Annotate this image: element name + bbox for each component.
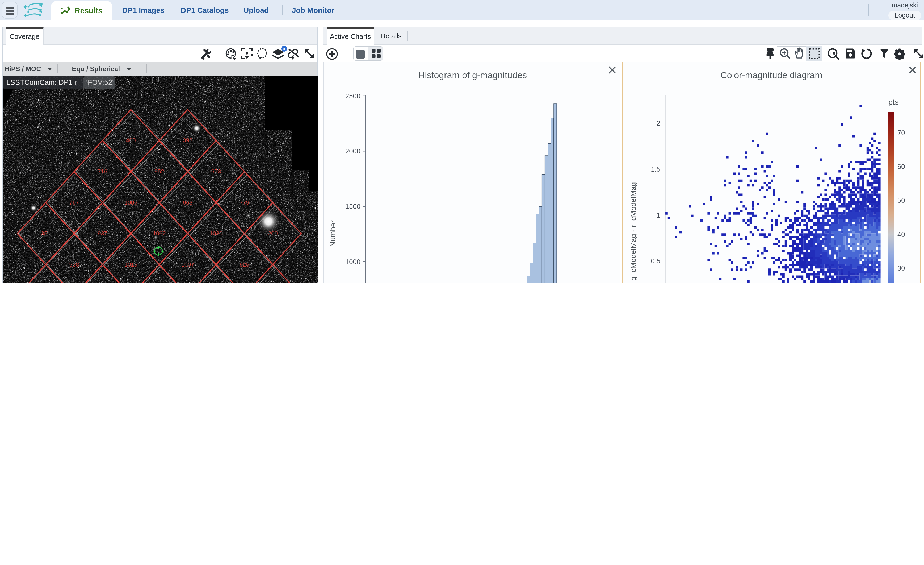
svg-text:2500: 2500 xyxy=(345,92,360,100)
svg-text:351: 351 xyxy=(41,230,51,236)
svg-text:pts: pts xyxy=(888,98,898,107)
svg-text:FOV:52': FOV:52' xyxy=(88,78,114,86)
svg-text:200: 200 xyxy=(268,230,278,236)
svg-text:50: 50 xyxy=(897,197,904,204)
svg-text:938: 938 xyxy=(69,261,79,267)
svg-text:1007: 1007 xyxy=(181,261,194,267)
svg-text:1062: 1062 xyxy=(153,230,166,236)
svg-text:g_cModelMag - r_cModelMag: g_cModelMag - r_cModelMag xyxy=(629,182,637,281)
svg-text:673: 673 xyxy=(211,168,221,174)
svg-text:1: 1 xyxy=(656,212,660,219)
svg-text:Histogram of g-magnitudes: Histogram of g-magnitudes xyxy=(418,70,527,80)
svg-text:2: 2 xyxy=(656,119,660,127)
svg-text:767: 767 xyxy=(69,199,79,206)
svg-text:1000: 1000 xyxy=(345,258,360,266)
svg-text:1.5: 1.5 xyxy=(651,165,660,173)
svg-text:1030: 1030 xyxy=(210,230,222,236)
svg-text:Color-magnitude diagram: Color-magnitude diagram xyxy=(720,70,822,80)
svg-text:1X: 1X xyxy=(829,50,836,56)
svg-text:925: 925 xyxy=(240,261,249,267)
svg-text:Number: Number xyxy=(329,220,337,247)
svg-text:30: 30 xyxy=(897,264,904,272)
svg-text:1015: 1015 xyxy=(124,261,137,267)
svg-text:716: 716 xyxy=(98,168,107,174)
svg-text:0.5: 0.5 xyxy=(651,257,660,264)
svg-text:40: 40 xyxy=(897,231,904,238)
svg-text:70: 70 xyxy=(897,129,904,137)
svg-text:1500: 1500 xyxy=(345,203,360,210)
svg-text:937: 937 xyxy=(98,230,107,236)
svg-text:LSSTComCam: DP1 r: LSSTComCam: DP1 r xyxy=(6,78,77,86)
svg-text:1006: 1006 xyxy=(124,199,137,206)
svg-text:779: 779 xyxy=(240,199,249,206)
svg-text:2000: 2000 xyxy=(345,147,360,155)
svg-text:60: 60 xyxy=(897,163,904,170)
svg-text:400: 400 xyxy=(126,137,136,143)
svg-text:963: 963 xyxy=(183,199,193,206)
svg-text:952: 952 xyxy=(154,168,164,174)
svg-text:398: 398 xyxy=(183,137,193,143)
